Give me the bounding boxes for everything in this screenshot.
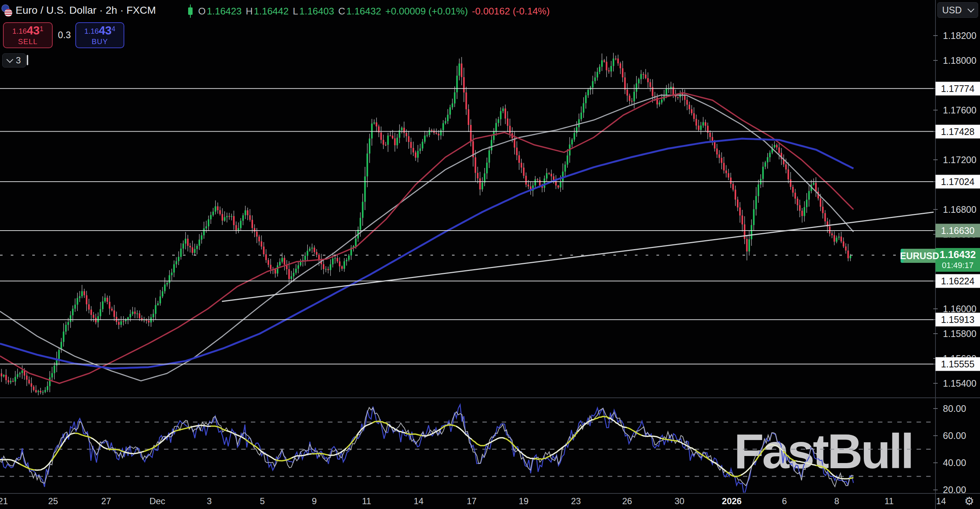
level-price-label: 1.15913 <box>935 313 980 327</box>
price-label: 1.15400 <box>935 378 980 389</box>
objects-tree-dropdown[interactable]: 3 <box>2 53 26 67</box>
level-price-label: 1.17774 <box>935 82 980 95</box>
price-label: 1.15800 <box>935 328 980 339</box>
price-label: 1.17600 <box>935 105 980 116</box>
candle-status-icon <box>187 5 194 18</box>
sell-label: SELL <box>18 37 38 46</box>
symbol-header: Euro / U.S. Dollar · 2h · FXCM <box>2 4 156 17</box>
time-axis[interactable]: 212527Dec359111417192326302026681114 <box>0 494 980 509</box>
down-candles <box>1 59 849 392</box>
level-price-label: 1.16224 <box>935 274 980 288</box>
time-label: 2026 <box>722 496 741 506</box>
time-label: 19 <box>519 496 529 506</box>
time-label: Dec <box>150 496 165 506</box>
eur-usd-flag-icon <box>2 4 13 17</box>
price-pane[interactable] <box>0 53 935 396</box>
ohlc-open-label: O <box>198 6 205 17</box>
up-candles <box>3 59 851 393</box>
sell-price: 1.16431 <box>12 25 43 36</box>
time-label: 11 <box>885 496 894 506</box>
time-label: 30 <box>675 496 685 506</box>
buy-button[interactable]: 1.16434 BUY <box>75 22 124 48</box>
price-axis[interactable]: USD 1.16432 01:49:17 1.182001.180001.176… <box>935 0 980 509</box>
price-label: 1.18200 <box>935 30 980 41</box>
level-price-label: 1.17024 <box>935 174 980 188</box>
time-label: 6 <box>782 496 787 506</box>
buy-price: 1.16434 <box>84 25 115 36</box>
time-label: 14 <box>414 496 424 506</box>
chevron-down-icon <box>967 6 974 12</box>
usd-currency-dropdown[interactable]: USD <box>937 2 978 18</box>
rsi-line <box>0 408 853 487</box>
time-label: 21 <box>0 496 8 506</box>
ohlc-open-value: 1.16423 <box>207 6 242 17</box>
price-label: 1.16800 <box>935 204 980 215</box>
ohlc-high-label: H <box>246 6 253 17</box>
ohlc-low-value: 1.16403 <box>299 6 334 17</box>
candle-countdown: 01:49:17 <box>935 261 980 270</box>
time-label: 17 <box>467 496 477 506</box>
settings-gear-icon[interactable]: ⚙ <box>961 495 977 508</box>
alert-price-label: 1.16630 <box>935 224 980 237</box>
time-label: 8 <box>834 496 839 506</box>
ohlc-close-value: 1.16432 <box>346 6 381 17</box>
time-label: 3 <box>207 496 212 506</box>
ohlc-high-value: 1.16442 <box>254 6 289 17</box>
trading-chart-window: FastBull Euro / U.S. Dollar · 2h · FXCM … <box>0 0 980 509</box>
objects-count: 3 <box>16 55 21 66</box>
rsi-blue-line <box>0 405 853 496</box>
price-label: 1.17200 <box>935 155 980 165</box>
ohlc-readout: O1.16423 H1.16442 L1.16403 C1.16432 +0.0… <box>198 6 550 17</box>
current-price-label: 1.16432 01:49:17 <box>935 248 980 272</box>
ohlc-close-label: C <box>338 6 345 17</box>
time-label: 9 <box>312 496 317 506</box>
time-label: 11 <box>362 496 371 506</box>
time-label: 5 <box>260 496 264 506</box>
time-label: 14 <box>936 496 946 506</box>
rsi-axis-label: 80.00 <box>935 403 980 414</box>
level-price-label: 1.15555 <box>935 357 980 371</box>
rsi-pane[interactable] <box>0 405 934 496</box>
currency-label: USD <box>942 5 962 16</box>
rsi-axis-label: 60.00 <box>935 430 980 441</box>
symbol-price-tag: EURUSD <box>900 249 935 263</box>
spread-value: 0.3 <box>54 30 75 40</box>
buy-label: BUY <box>92 37 108 46</box>
chart-title[interactable]: Euro / U.S. Dollar · 2h · FXCM <box>16 5 156 16</box>
candlestick-chart-canvas[interactable] <box>0 0 980 509</box>
time-label: 25 <box>48 496 58 506</box>
candle-wicks <box>2 53 851 396</box>
chevron-down-icon <box>6 56 13 63</box>
ohlc-low-label: L <box>293 6 298 17</box>
current-price-value: 1.16432 <box>935 249 980 261</box>
time-label: 23 <box>571 496 581 506</box>
sell-button[interactable]: 1.16431 SELL <box>3 22 53 48</box>
time-label: 27 <box>101 496 111 506</box>
rsi-axis-label: 40.00 <box>935 457 980 468</box>
change-value: +0.00009 (+0.01%) <box>385 6 468 17</box>
daily-change-value: -0.00162 (-0.14%) <box>472 6 550 17</box>
scroll-handle[interactable] <box>27 55 28 65</box>
level-price-label: 1.17428 <box>935 125 980 138</box>
price-label: 1.18000 <box>935 55 980 66</box>
time-label: 26 <box>622 496 632 506</box>
